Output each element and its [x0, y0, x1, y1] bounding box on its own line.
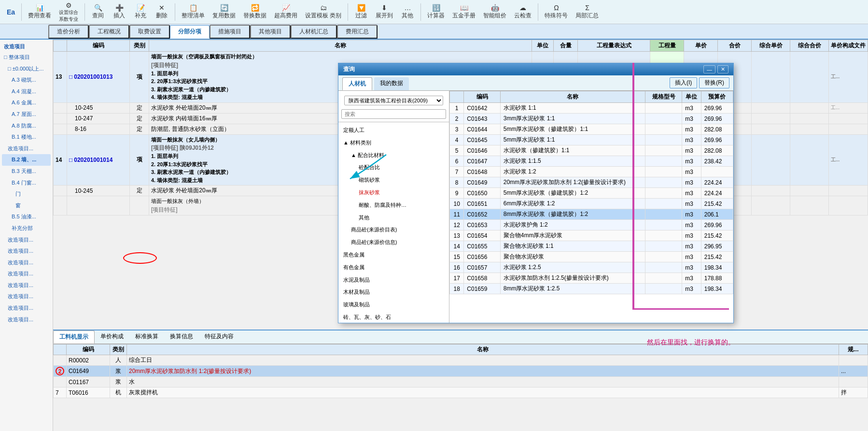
tree-item-acid[interactable]: 耐酸、防腐及特种…	[356, 199, 447, 212]
list-item[interactable]: 7 C01648 水泥砂浆 1:2 m3	[450, 167, 733, 177]
tree-item-config[interactable]: ▲ 配合比材料	[348, 149, 447, 162]
tree-item-plaster[interactable]: 抹灰砂浆	[356, 187, 447, 199]
tree-item-concrete[interactable]: 砼配合比	[356, 161, 447, 174]
list-item[interactable]: 18 C01659 8mm厚水泥砂浆 1:2.5 m3 198.34	[450, 284, 733, 294]
tab-std-calc[interactable]: 标准换算	[129, 330, 164, 344]
tree-item-materials[interactable]: ▲ 材料类别	[340, 137, 447, 149]
toolbar-btn-add[interactable]: 📝 补充	[131, 3, 150, 21]
sidebar-item-7[interactable]: B.1 楼地...	[2, 131, 51, 143]
sidebar-item-11[interactable]: B.4 门窗...	[2, 177, 51, 189]
toolbar-btn-replace[interactable]: 🔁 替换数据	[240, 3, 269, 21]
list-item[interactable]: 3 C01644 5mm厚水泥砂浆（掺建筑胶）1:1 m3 282.08	[450, 124, 733, 135]
query-replace-button[interactable]: 替换(R)	[699, 77, 729, 88]
query-tab-mydata[interactable]: 我的数据	[374, 77, 409, 90]
toolbar-btn-organize[interactable]: 📋 整理清单	[179, 3, 208, 21]
tree-item-commercial1[interactable]: 商品砼(来源价目表)	[348, 224, 447, 236]
row-code[interactable]: □020201001013	[67, 52, 130, 103]
tab-sections[interactable]: 分部分项	[170, 25, 210, 39]
bottom-table-scroll[interactable]: 编码 类别 名称 规... R00002 人 综合工日	[53, 344, 868, 431]
list-item[interactable]: 16 C01657 水泥砂浆 1:2.5 m3 198.34	[450, 262, 733, 273]
list-item[interactable]: 12 C01653 水泥砂浆护角 1:2 m3 269.96	[450, 220, 733, 230]
dialog-minimize-btn[interactable]: —	[703, 65, 715, 73]
sidebar-item-14[interactable]: B.5 油漆...	[2, 211, 51, 223]
toolbar-btn-manual[interactable]: 📖 五金手册	[449, 3, 478, 21]
list-item[interactable]: 7 T06016 机 灰浆搅拌机 拌	[54, 388, 868, 398]
list-item[interactable]: 15 C01656 聚合物水泥砂浆 m3 215.42	[450, 252, 733, 262]
list-item[interactable]: C01167 浆 水	[54, 377, 868, 388]
sidebar-item-9[interactable]: B.2 墙、...	[2, 154, 51, 166]
list-item[interactable]: 10 C01651 6mm厚水泥砂浆 1:2 m3 215.42	[450, 199, 733, 209]
toolbar-btn-reuse[interactable]: 🔄 复用数据	[210, 3, 238, 21]
list-item[interactable]: 2 C01643 3mm厚水泥砂浆 1:1 m3 269.96	[450, 114, 733, 124]
sidebar-item-18[interactable]: 改造项目...	[2, 257, 51, 269]
toolbar-btn-subtotal[interactable]: Σ 局部汇总	[573, 3, 602, 21]
sidebar-item-12[interactable]: 门	[2, 188, 51, 200]
sidebar-item-21[interactable]: 改造项目...	[2, 291, 51, 302]
tab-calc-info[interactable]: 换算信息	[164, 330, 199, 344]
query-dropdown[interactable]: 陕西省建筑装饰工程价目表(2009)	[344, 96, 443, 105]
query-right-panel[interactable]: 编码 名称 规格型号 单位 预算价 1 C01642 水泥砂浆 1:1 m3 2…	[449, 91, 733, 323]
toolbar-btn-filter[interactable]: 🔽 过滤	[351, 3, 371, 21]
dialog-close-btn[interactable]: ✕	[717, 65, 728, 73]
tree-item-other-sub[interactable]: 其他	[356, 212, 447, 224]
tab-costs[interactable]: 费用汇总	[337, 25, 378, 39]
sidebar-item-10[interactable]: B.3 天棚...	[2, 166, 51, 177]
sidebar-item-4[interactable]: A.6 金属...	[2, 97, 51, 109]
list-item[interactable]: 2 C01649 浆 20mm厚水泥砂浆加防水剂 1:2(掺量按设计要求) ..…	[54, 366, 868, 377]
tab-features[interactable]: 特征及内容	[199, 330, 239, 344]
toolbar-btn-extra[interactable]: 📈 超高费用	[271, 3, 300, 21]
list-item[interactable]: 6 C01647 水泥砂浆 1:1.5 m3 238.42	[450, 156, 733, 167]
tree-item-cement[interactable]: 水泥及制品	[340, 274, 447, 287]
toolbar-btn-expand[interactable]: ⬇ 展开到	[373, 3, 396, 21]
list-item[interactable]: 11 C01652 8mm厚水泥砂浆（掺建筑胶）1:2 m3 206.1	[450, 209, 733, 220]
row-code[interactable]: 10-247	[67, 113, 130, 124]
tab-labor-display[interactable]: 工料机显示	[53, 330, 95, 344]
sidebar-item-19[interactable]: 改造项目...	[2, 268, 51, 280]
list-item[interactable]: 5 C01646 水泥砂浆（掺建筑胶）1:1 m3 282.08	[450, 145, 733, 156]
tree-item-labor[interactable]: 定额人工	[340, 124, 447, 137]
toolbar-btn-others[interactable]: … 其他	[398, 3, 417, 21]
toolbar-btn-insert[interactable]: ➕ 插入	[110, 3, 129, 21]
toolbar-btn-fychk[interactable]: 📊 费用查看	[25, 3, 54, 21]
search-input[interactable]	[341, 109, 446, 119]
toolbar-btn-calc[interactable]: 🔢 计算器	[424, 3, 448, 21]
toolbar-btn-smart[interactable]: 🤖 智能组价	[480, 3, 509, 21]
sidebar-item-8[interactable]: 改造项目...	[2, 143, 51, 155]
row-code[interactable]: 10-245	[67, 186, 130, 196]
list-item[interactable]: 1 C01642 水泥砂浆 1:1 m3 269.96	[450, 103, 733, 114]
tab-costanalysis[interactable]: 造价分析	[48, 25, 89, 39]
sidebar-item-5[interactable]: A.7 屋面...	[2, 109, 51, 120]
list-item[interactable]: 17 C01658 水泥砂浆加防水剂 1:2.5(掺量按设计要求) m3 178…	[450, 273, 733, 284]
toolbar-btn-template[interactable]: 🗂 设置模板 类别	[302, 3, 344, 21]
sidebar-item-13[interactable]: 窗	[2, 200, 51, 212]
tree-item-commercial2[interactable]: 商品砼(来源价信息)	[348, 236, 447, 249]
sidebar-item-1[interactable]: □ ±0.000以上...	[2, 63, 51, 75]
tree-item-glass[interactable]: 玻璃及制品	[340, 299, 447, 311]
toolbar-btn-query[interactable]: 🔍 查间	[88, 3, 108, 21]
list-item[interactable]: R00002 人 综合工日	[54, 355, 868, 366]
toolbar-btn-settings[interactable]: ⚙ 设置综合 系数专业	[56, 0, 81, 24]
tree-item-masonry[interactable]: 砌筑砂浆	[356, 174, 447, 187]
toolbar-btn-cloud[interactable]: ☁ 云检查	[511, 3, 534, 21]
list-item[interactable]: 13 C01654 聚合物4mm厚水泥砂浆 m3 215.42	[450, 230, 733, 241]
sidebar-item-2[interactable]: A.3 砌筑...	[2, 74, 51, 86]
sidebar-item-15[interactable]: 补充分部	[2, 223, 51, 234]
sidebar-item-23[interactable]: 改造项目...	[2, 314, 51, 326]
row-code[interactable]: 10-245	[67, 102, 130, 113]
list-item[interactable]: 9 C01650 5mm厚水泥砂浆（掺建筑胶）1:2 m3 224.24	[450, 188, 733, 199]
tab-other[interactable]: 其他项目	[250, 25, 291, 39]
toolbar-btn-symbol[interactable]: Ω 特殊符号	[542, 3, 571, 21]
tree-item-brick[interactable]: 砖、瓦、灰、砂、石	[340, 311, 447, 323]
query-insert-button[interactable]: 插入(I)	[670, 77, 697, 88]
sidebar-item-16[interactable]: 改造项目...	[2, 234, 51, 246]
tree-item-nonferrous[interactable]: 有色金属	[340, 261, 447, 274]
tree-item-wood[interactable]: 木材及制品	[340, 286, 447, 299]
tree-item-ferrous[interactable]: 黑色金属	[340, 249, 447, 261]
tab-measures[interactable]: 措施项目	[210, 25, 250, 39]
tab-overview[interactable]: 工程概况	[89, 25, 129, 39]
tab-labor[interactable]: 人材机汇总	[291, 25, 337, 39]
tab-fees[interactable]: 取费设置	[129, 25, 170, 39]
row-code[interactable]	[67, 196, 130, 216]
list-item[interactable]: 14 C01655 聚合物水泥砂浆 1:1 m3 296.95	[450, 241, 733, 252]
list-item[interactable]: 8 C01649 20mm厚水泥砂浆加防水剂 1:2(掺量按设计要求) m3 2…	[450, 177, 733, 188]
